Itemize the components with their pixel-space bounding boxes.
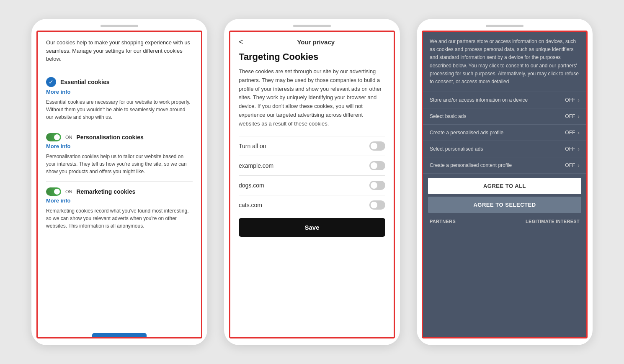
phone-notch-1	[101, 25, 138, 27]
phone-1: Our cookies help to make your shopping e…	[31, 19, 207, 345]
turn-all-on-toggle[interactable]	[369, 141, 385, 151]
personalisation-header: ON Personalisation cookies	[46, 133, 193, 141]
consent-basic-ads-value: OFF	[565, 113, 575, 119]
dogs-toggle[interactable]	[369, 181, 385, 190]
consent-row-personalised-ads[interactable]: Select personalised ads OFF ›	[423, 141, 586, 157]
blue-bottom-bar	[92, 333, 147, 337]
personalisation-toggle[interactable]	[46, 133, 61, 141]
remarketing-cookies-section: ON Remarketing cookies More info Remarke…	[46, 181, 193, 230]
personalisation-more-info[interactable]: More info	[46, 143, 193, 149]
cats-toggle[interactable]	[369, 200, 385, 210]
consent-store-value: OFF	[565, 97, 575, 103]
agree-all-button[interactable]: AGREE TO ALL	[428, 178, 581, 194]
toggle-row-example: example.com	[239, 156, 385, 175]
targeting-title: Targeting Cookies	[239, 51, 385, 62]
consent-store-arrow: ›	[578, 97, 580, 103]
toggle-row-turn-all-on: Turn all on	[239, 136, 385, 156]
phone-notch-2	[293, 25, 331, 27]
phone3-content-area: We and our partners store or access info…	[422, 31, 588, 338]
phone2-body: < Your privacy Targeting Cookies These c…	[230, 32, 394, 243]
phone1-intro: Our cookies help to make your shopping e…	[46, 38, 193, 63]
consent-personalised-ads-label: Select personalised ads	[430, 146, 565, 152]
legitimate-interest-link[interactable]: LEGITIMATE INTEREST	[526, 219, 580, 224]
consent-personalised-ads-value: OFF	[565, 146, 575, 152]
cats-label: cats.com	[239, 202, 262, 208]
essential-title: Essential cookies	[60, 79, 110, 85]
consent-personalised-ads-arrow: ›	[578, 146, 580, 152]
consent-personalised-profile-value: OFF	[565, 130, 575, 136]
essential-desc: Essential cookies are necessary for our …	[46, 98, 193, 121]
essential-cookies-section: ✓ Essential cookies More info Essential …	[46, 71, 193, 121]
personalisation-cookies-section: ON Personalisation cookies More info Per…	[46, 127, 193, 175]
consent-basic-ads-label: Select basic ads	[430, 113, 565, 119]
essential-header: ✓ Essential cookies	[46, 77, 193, 87]
footer-links: PARTNERS LEGITIMATE INTEREST	[423, 215, 586, 227]
remarketing-toggle[interactable]	[46, 187, 61, 196]
phone1-body: Our cookies help to make your shopping e…	[38, 32, 201, 242]
toggle-row-cats: cats.com	[239, 195, 385, 215]
consent-row-store[interactable]: Store and/or access information on a dev…	[423, 92, 586, 108]
agree-selected-button[interactable]: AGREE TO SELECTED	[428, 197, 581, 213]
phone3-intro: We and our partners store or access info…	[423, 32, 586, 92]
consent-basic-ads-arrow: ›	[578, 113, 580, 120]
targeting-desc: These cookies are set through our site b…	[239, 67, 385, 128]
essential-more-info[interactable]: More info	[46, 89, 193, 95]
example-toggle[interactable]	[369, 161, 385, 170]
back-arrow-icon[interactable]: <	[239, 38, 243, 46]
phone1-content-area: Our cookies help to make your shopping e…	[36, 31, 202, 338]
consent-row-personalised-profile[interactable]: Create a personalised ads profile OFF ›	[423, 125, 586, 141]
essential-check-icon: ✓	[46, 77, 56, 87]
consent-content-profile-arrow: ›	[578, 162, 580, 169]
turn-all-on-label: Turn all on	[239, 143, 266, 149]
consent-content-profile-label: Create a personalised content profile	[430, 162, 565, 168]
consent-row-content-profile[interactable]: Create a personalised content profile OF…	[423, 157, 586, 174]
personalisation-title: Personalisation cookies	[77, 134, 144, 141]
toggle-row-dogs: dogs.com	[239, 175, 385, 195]
phone-3: We and our partners store or access info…	[417, 19, 593, 345]
consent-personalised-profile-label: Create a personalised ads profile	[430, 130, 565, 136]
phone-2: < Your privacy Targeting Cookies These c…	[224, 19, 400, 345]
consent-content-profile-value: OFF	[565, 162, 575, 168]
phone2-header: < Your privacy	[239, 38, 385, 46]
consent-personalised-profile-arrow: ›	[578, 129, 580, 136]
remarketing-header: ON Remarketing cookies	[46, 187, 193, 196]
dogs-label: dogs.com	[239, 182, 264, 189]
phone2-content-area: < Your privacy Targeting Cookies These c…	[229, 31, 395, 338]
remarketing-more-info[interactable]: More info	[46, 197, 193, 204]
partners-link[interactable]: PARTNERS	[430, 219, 456, 224]
consent-store-label: Store and/or access information on a dev…	[430, 97, 565, 103]
consent-row-basic-ads[interactable]: Select basic ads OFF ›	[423, 108, 586, 125]
save-button[interactable]: Save	[239, 218, 385, 237]
phone2-header-title: Your privacy	[247, 38, 385, 46]
example-label: example.com	[239, 162, 273, 169]
phone-notch-3	[486, 25, 523, 27]
personalisation-toggle-label: ON	[65, 135, 72, 140]
remarketing-toggle-label: ON	[65, 189, 72, 194]
remarketing-desc: Remarketing cookies record what you've f…	[46, 207, 193, 230]
remarketing-title: Remarketing cookies	[77, 188, 136, 195]
personalisation-desc: Personalisation cookies help us to tailo…	[46, 153, 193, 175]
